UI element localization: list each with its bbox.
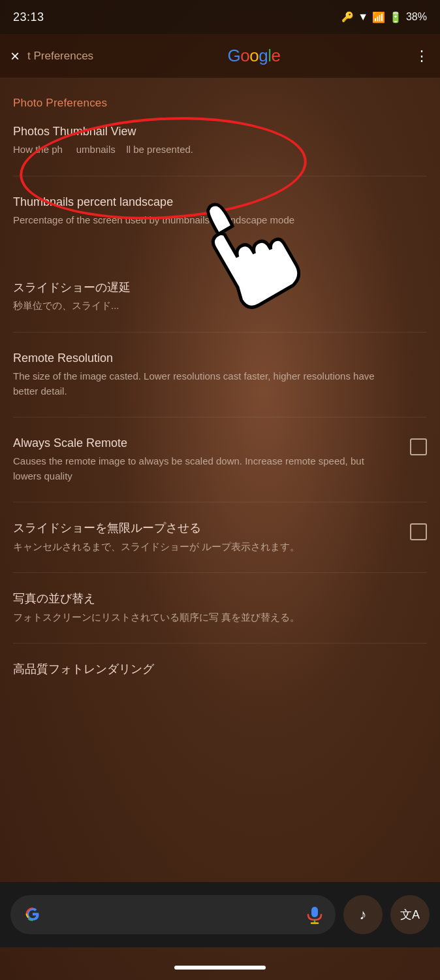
pref-item-photo-sort[interactable]: 写真の並び替え フォトスクリーンにリストされている順序に写 真を並び替える。 bbox=[13, 591, 427, 625]
search-bar[interactable] bbox=[10, 895, 336, 934]
google-logo bbox=[21, 903, 44, 926]
pref-item-high-quality-rendering[interactable]: 高品質フォトレンダリング bbox=[13, 662, 427, 677]
pref-desc-thumbnails-percent-landscape: Percentage of the screen used by thumbna… bbox=[13, 213, 427, 228]
pref-title-photo-sort: 写真の並び替え bbox=[13, 591, 427, 606]
app-bar-title: Google bbox=[93, 46, 415, 66]
pref-item-always-scale-remote[interactable]: Always Scale Remote Causes the remote im… bbox=[13, 436, 427, 483]
pref-item-remote-resolution[interactable]: Remote Resolution The size of the image … bbox=[13, 351, 427, 399]
svg-rect-0 bbox=[311, 907, 318, 917]
translate-icon: 文A bbox=[400, 907, 420, 923]
pref-item-photos-thumbnail-view[interactable]: Photos Thumbnail View How the ph umbnail… bbox=[13, 124, 427, 157]
wifi-icon: ▼ bbox=[358, 11, 368, 23]
pref-title-photos-thumbnail-view: Photos Thumbnail View bbox=[13, 124, 427, 139]
google-g-letter: g bbox=[259, 46, 268, 65]
pref-item-slideshow-delay[interactable]: スライドショーの遅延 秒単位での、スライド... bbox=[13, 280, 427, 314]
google-o2: o bbox=[249, 46, 259, 65]
pref-desc-remote-resolution: The size of the image casted. Lower reso… bbox=[13, 369, 427, 399]
checkbox-slideshow-loop[interactable] bbox=[410, 523, 427, 540]
status-time: 23:13 bbox=[13, 10, 44, 24]
divider-2 bbox=[13, 332, 427, 333]
pref-text-always-scale-remote: Always Scale Remote Causes the remote im… bbox=[13, 436, 410, 483]
pref-title-thumbnails-percent-landscape: Thumbnails percent landscape bbox=[13, 195, 427, 210]
key-icon: 🔑 bbox=[341, 11, 354, 23]
pref-desc-photos-thumbnail-view: How the ph umbnails ll be presented. bbox=[13, 142, 427, 157]
divider-6 bbox=[13, 643, 427, 644]
pref-item-thumbnails-percent-landscape[interactable]: Thumbnails percent landscape Percentage … bbox=[13, 195, 427, 228]
checkbox-always-scale-remote[interactable] bbox=[410, 438, 427, 455]
music-button[interactable]: ♪ bbox=[343, 895, 383, 934]
translate-button[interactable]: 文A bbox=[390, 895, 430, 934]
section-header: Photo Preferences bbox=[13, 97, 427, 110]
pref-desc-slideshow-delay: 秒単位での、スライド... bbox=[13, 299, 427, 314]
pref-item-slideshow-loop[interactable]: スライドショーを無限ループさせる キャンセルされるまで、スライドショーが ループ… bbox=[13, 521, 427, 554]
bottom-bar: ♪ 文A bbox=[0, 882, 440, 947]
pref-title-slideshow-loop: スライドショーを無限ループさせる bbox=[13, 521, 400, 536]
divider-1 bbox=[13, 176, 427, 176]
pref-title-remote-resolution: Remote Resolution bbox=[13, 351, 427, 366]
close-button[interactable]: × bbox=[10, 47, 20, 65]
app-bar: × t Preferences Google ⋮ bbox=[0, 34, 440, 78]
status-right: 🔑 ▼ 📶 🔋 38% bbox=[341, 11, 427, 24]
signal-icon: 📶 bbox=[372, 11, 385, 24]
divider-4 bbox=[13, 502, 427, 502]
pref-desc-slideshow-loop: キャンセルされるまで、スライドショーが ループ表示されます。 bbox=[13, 540, 400, 555]
music-icon: ♪ bbox=[360, 906, 367, 923]
battery-percent: 38% bbox=[406, 11, 427, 23]
home-indicator bbox=[174, 966, 266, 970]
pref-text-slideshow-loop: スライドショーを無限ループさせる キャンセルされるまで、スライドショーが ループ… bbox=[13, 521, 410, 554]
divider-3 bbox=[13, 417, 427, 417]
mic-icon[interactable] bbox=[304, 904, 325, 925]
battery-icon: 🔋 bbox=[389, 11, 402, 24]
divider-5 bbox=[13, 572, 427, 573]
pref-title-high-quality-rendering: 高品質フォトレンダリング bbox=[13, 662, 427, 677]
pref-title-slideshow-delay: スライドショーの遅延 bbox=[13, 280, 427, 295]
google-e: e bbox=[272, 46, 281, 65]
google-o1: o bbox=[240, 46, 249, 65]
pref-title-always-scale-remote: Always Scale Remote bbox=[13, 436, 400, 451]
pref-desc-always-scale-remote: Causes the remote image to always be sca… bbox=[13, 454, 400, 483]
menu-button[interactable]: ⋮ bbox=[415, 48, 430, 65]
status-bar: 23:13 🔑 ▼ 📶 🔋 38% bbox=[0, 0, 440, 34]
google-G: G bbox=[228, 46, 241, 65]
content-area: Photo Preferences Photos Thumbnail View … bbox=[0, 78, 440, 908]
app-bar-subtitle: t Preferences bbox=[27, 50, 93, 63]
pref-desc-photo-sort: フォトスクリーンにリストされている順序に写 真を並び替える。 bbox=[13, 610, 427, 625]
